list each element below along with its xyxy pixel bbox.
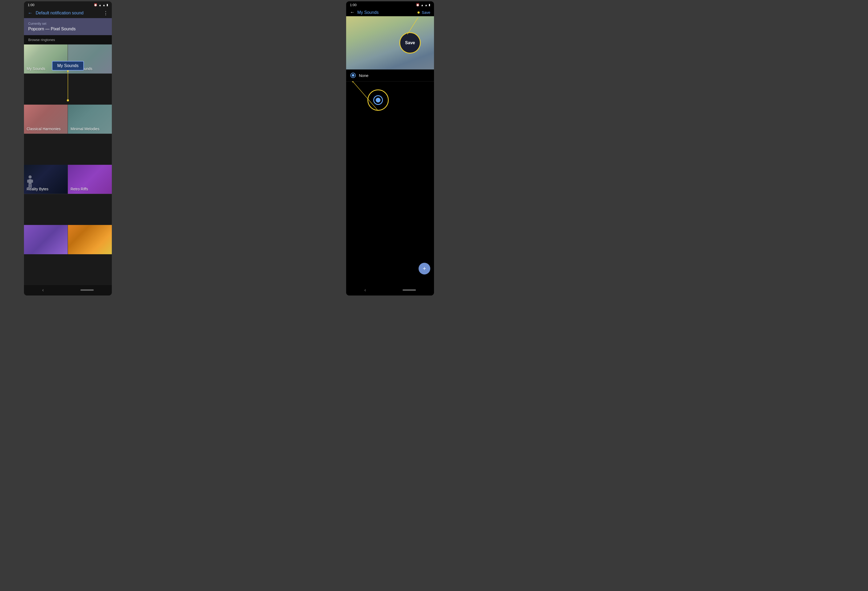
top-bar-left: ← Default notification sound ⋮ [24,8,112,18]
svg-rect-5 [32,180,33,183]
grid-cell-reality[interactable]: Reality Bytes [24,165,68,194]
page-title-left: Default notification sound [36,11,100,15]
back-button-left[interactable]: ← [28,10,32,16]
nav-bar-right: ‹ [346,285,434,296]
classical-label: Classical Harmonies [27,127,61,131]
my-sounds-label: My Sounds [27,66,45,71]
save-indicator-dot [418,12,420,13]
battery-icon: ▮ [106,3,108,7]
top-bar-right: ← My Sounds Save [346,8,434,16]
radio-inner-dot [352,74,354,77]
svg-point-7 [67,99,69,102]
left-phone: 1:00 ⏰ ▲ ▲ ▮ ← Default notification soun… [24,1,112,296]
radio-button-none[interactable] [350,73,356,78]
alarm-icon-right: ⏰ [416,3,420,7]
time-right: 1:00 [350,3,357,7]
nav-home-pill-right[interactable] [403,289,416,291]
wifi-icon-right: ▲ [421,3,424,7]
page-title-right: My Sounds [357,10,415,15]
grid-cell-bottom-left[interactable] [24,225,68,254]
pixel-sounds-label: Pixel Sounds [71,66,92,71]
save-button-header[interactable]: Save [422,10,430,15]
svg-point-11 [352,81,354,82]
more-options-button[interactable]: ⋮ [103,10,108,16]
nav-back-right[interactable]: ‹ [365,287,366,293]
svg-rect-4 [27,180,28,183]
radio-annotation-line-svg [346,81,434,135]
save-annotation-svg [346,16,434,69]
radio-big-dot [376,98,381,103]
battery-icon-right: ▮ [429,3,430,7]
fab-add-button[interactable]: + [419,263,430,274]
right-phone: 1:00 ⏰ ▲ ▲ ▮ ← My Sounds Save Save [346,1,434,296]
grid-cell-bottom-right[interactable] [68,225,112,254]
svg-line-9 [407,18,418,34]
save-header-area: Save [418,10,430,15]
grid-cell-minimal[interactable]: Minimal Melodies [68,105,112,134]
status-icons-left: ⏰ ▲ ▲ ▮ [94,3,108,7]
hero-image-area: Save [346,16,434,69]
nav-back-left[interactable]: ‹ [42,287,44,293]
time-left: 1:00 [28,3,34,7]
svg-point-0 [28,175,32,178]
nav-home-pill-left[interactable] [80,289,94,291]
radio-big-annotation-circle [368,90,389,111]
grid-cell-classical[interactable]: Classical Harmonies [24,105,68,134]
signal-icon: ▲ [102,3,105,7]
grid-cell-pixel-sounds[interactable]: Pixel Sounds [68,44,112,74]
sounds-list-area: + [346,81,434,285]
back-button-right[interactable]: ← [350,10,355,15]
status-icons-right: ⏰ ▲ ▲ ▮ [416,3,430,7]
status-bar-left: 1:00 ⏰ ▲ ▲ ▮ [24,1,112,8]
nav-bar-left: ‹ [24,285,112,296]
browse-ringtones-header: Browse ringtones [24,35,112,44]
wifi-icon: ▲ [99,3,102,7]
signal-icon-right: ▲ [425,3,428,7]
grid-cell-my-sounds[interactable]: My Sounds [24,44,68,74]
currently-set-section: Currently set Popcorn — Pixel Sounds [24,18,112,35]
retro-label: Retro Riffs [71,187,88,191]
grid-cell-retro[interactable]: Retro Riffs [68,165,112,194]
currently-set-label: Currently set [28,22,108,25]
none-label: None [359,73,369,78]
minimal-label: Minimal Melodies [71,127,99,131]
save-annotation-circle: Save [399,32,421,53]
reality-label: Reality Bytes [27,187,49,191]
radio-big-inner-ring [373,95,383,105]
none-option-row[interactable]: None [346,69,434,81]
alarm-icon: ⏰ [94,3,97,7]
ringtones-grid: My Sounds Pixel Sounds Classical Harmoni… [24,44,112,285]
status-bar-right: 1:00 ⏰ ▲ ▲ ▮ [346,1,434,8]
radio-annotation-section [346,81,434,135]
svg-rect-1 [28,179,32,184]
currently-set-value: Popcorn — Pixel Sounds [28,27,108,31]
